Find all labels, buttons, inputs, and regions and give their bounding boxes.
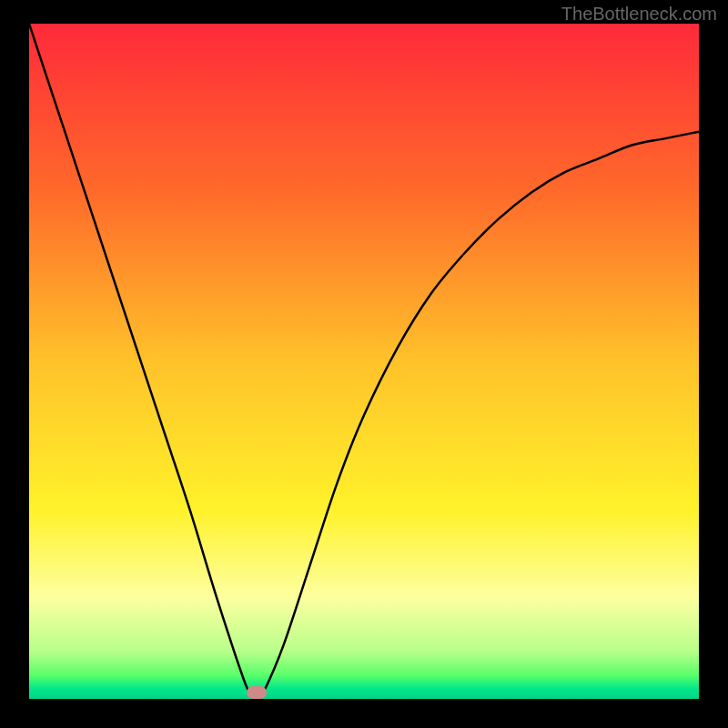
chart-plot-area [29,24,699,699]
watermark-text: TheBottleneck.com [561,4,717,25]
chart-curve [29,24,699,699]
optimal-point-marker [247,686,267,699]
